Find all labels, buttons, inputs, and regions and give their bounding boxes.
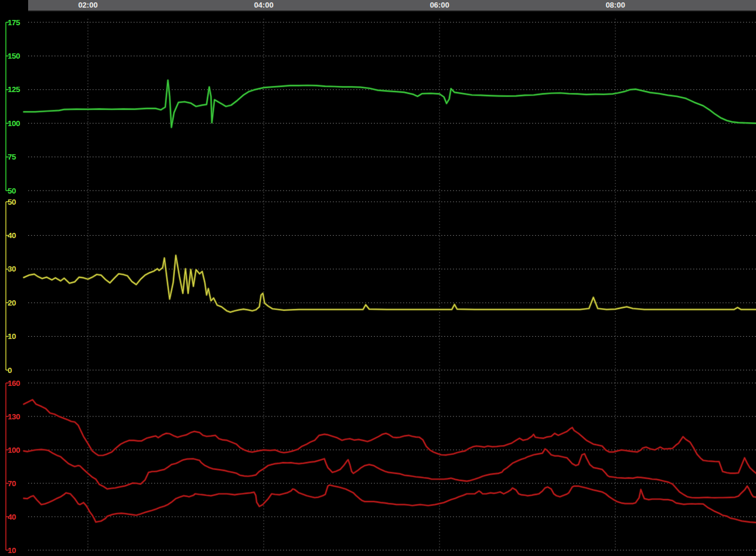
monitor-trend-screen: 02:0004:0006:0008:00 1751501251007550504…: [0, 0, 756, 556]
y-tick-label: 75: [8, 152, 16, 161]
y-tick-label: 125: [8, 85, 21, 94]
y-tick-label: 40: [8, 513, 16, 521]
y-tick-label: 20: [8, 299, 16, 307]
art-mean-trend-line-glow: [24, 449, 756, 498]
y-tick-label: 175: [8, 18, 21, 27]
y-tick-label: 130: [8, 412, 20, 421]
y-tick-label: 100: [8, 119, 20, 128]
y-tick-label: 10: [8, 332, 16, 341]
trend-chart: 1751501251007550504030201001601301007040…: [0, 0, 756, 556]
y-tick-label: 160: [8, 379, 20, 388]
y-tick-label: 50: [8, 187, 16, 195]
resp-rate-trend-line-glow: [24, 255, 756, 312]
y-tick-label: 0: [8, 366, 12, 375]
y-tick-label: 50: [8, 198, 16, 206]
y-tick-label: 150: [8, 52, 20, 60]
time-tick-label: 04:00: [254, 1, 273, 9]
art-diastolic-trend-line: [24, 485, 756, 523]
time-axis-bar[interactable]: 02:0004:0006:0008:00: [28, 0, 756, 12]
y-tick-label: 30: [8, 265, 16, 273]
y-tick-label: 70: [8, 479, 16, 488]
y-tick-label: 100: [8, 446, 20, 455]
heart-rate-trend-line-glow: [24, 80, 756, 127]
art-systolic-trend-line-glow: [24, 400, 756, 473]
time-tick-label: 06:00: [430, 1, 449, 9]
heart-rate-trend-line: [24, 80, 756, 127]
time-tick-label: 02:00: [78, 1, 97, 9]
y-tick-label: 40: [8, 231, 16, 240]
y-tick-label: 10: [8, 546, 16, 555]
time-tick-label: 08:00: [605, 1, 625, 9]
